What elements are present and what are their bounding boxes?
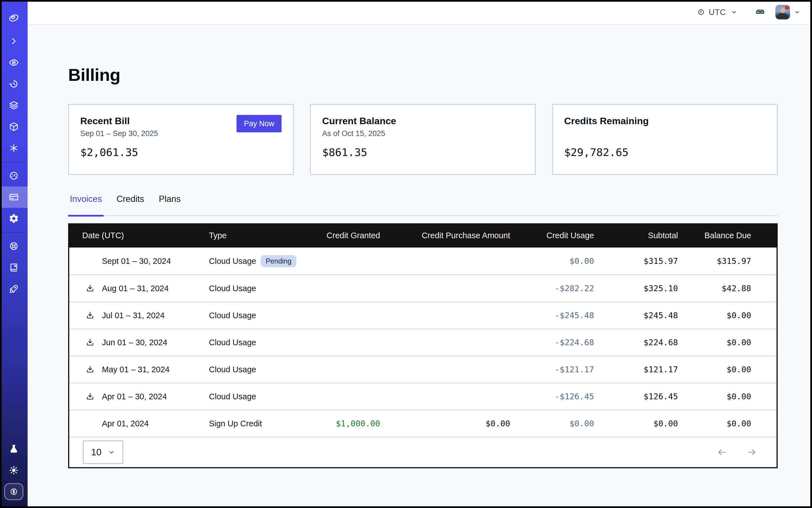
column-header: Credit Granted: [322, 231, 380, 240]
invoice-date-cell: Sept 01 – 30, 2024: [69, 257, 209, 266]
prev-page-arrow-icon[interactable]: [717, 447, 727, 457]
balance-due-cell: $315.97: [678, 256, 751, 266]
chevron-right-icon: [8, 36, 19, 46]
invoice-date-cell: Apr 01, 2024: [69, 419, 209, 428]
sidebar-item-sun[interactable]: [0, 460, 28, 481]
invoice-type: Cloud Usage: [209, 257, 256, 266]
gauge-icon: [8, 170, 19, 181]
billing-page: UTC Billing Recent Bill Sep 01 – Sep 30,…: [0, 0, 812, 508]
eye-swirl-icon: [8, 57, 19, 68]
invoice-date: Jun 01 – 30, 2024: [102, 338, 167, 347]
credit-usage-cell: -$224.68: [510, 338, 594, 347]
invoices-table: Date (UTC)TypeCredit GrantedCredit Purch…: [68, 223, 778, 468]
table-row: Apr 01, 2024Sign Up Credit$1,000.00$0.00…: [69, 410, 776, 437]
sidebar: [0, 0, 28, 508]
invoice-date: Apr 01, 2024: [102, 419, 149, 428]
timer-icon: [8, 79, 19, 89]
invoice-type: Cloud Usage: [209, 365, 256, 374]
sidebar-divider: [0, 232, 28, 232]
balance-due-cell: $0.00: [678, 365, 751, 374]
summary-cards: Recent Bill Sep 01 – Sep 30, 2025 $2,061…: [68, 104, 778, 175]
subtotal-cell: $0.00: [594, 419, 678, 428]
invoice-date-cell: Jun 01 – 30, 2024: [69, 338, 209, 347]
sidebar-item-eye-swirl[interactable]: [0, 52, 28, 73]
page-title: Billing: [68, 65, 778, 85]
download-invoice-icon[interactable]: [86, 392, 95, 401]
invoice-date-cell: Jul 01 – 31, 2024: [69, 311, 209, 320]
column-header: Credit Purchase Amount: [380, 231, 510, 240]
credit-usage-cell: $0.00: [510, 256, 594, 266]
tab-credits[interactable]: Credits: [115, 194, 146, 217]
status-badge: Pending: [261, 255, 297, 267]
balance-due-cell: $0.00: [678, 419, 751, 428]
sidebar-spacer: [0, 300, 28, 438]
invoice-type: Cloud Usage: [209, 284, 256, 293]
tab-plans[interactable]: Plans: [157, 194, 182, 217]
sidebar-item-ship-wheel[interactable]: [0, 236, 28, 257]
main-content: Billing Recent Bill Sep 01 – Sep 30, 202…: [28, 25, 812, 508]
sidebar-item-flask[interactable]: [0, 438, 28, 460]
user-menu-chevron-icon[interactable]: [794, 9, 800, 15]
sidebar-item-layers[interactable]: [0, 95, 28, 116]
flask-icon: [8, 443, 19, 454]
invoice-date: Jul 01 – 31, 2024: [102, 311, 165, 320]
column-header: Balance Due: [678, 231, 751, 240]
download-invoice-icon[interactable]: [86, 365, 95, 374]
sidebar-item-asterisk[interactable]: [0, 137, 28, 159]
sidebar-item-cube[interactable]: [0, 116, 28, 137]
current-balance-card: Current Balance As of Oct 15, 2025 $861.…: [310, 104, 536, 175]
sidebar-item-dollar-badge[interactable]: [4, 483, 24, 500]
sidebar-item-gauge[interactable]: [0, 165, 28, 186]
card-title: Current Balance: [322, 116, 523, 126]
column-header: Credit Usage: [510, 231, 594, 240]
timezone-selector[interactable]: UTC: [697, 8, 737, 17]
sidebar-item-chevron-right[interactable]: [0, 31, 28, 52]
page-size-value: 10: [91, 447, 102, 458]
download-invoice-icon[interactable]: [86, 284, 95, 293]
balance-due-cell: $0.00: [678, 392, 751, 401]
card-subtitle: As of Oct 15, 2025: [322, 129, 523, 139]
invoice-type-cell: Cloud UsagePending: [209, 255, 322, 267]
sidebar-item-credit-card[interactable]: [0, 186, 28, 208]
invoice-type: Cloud Usage: [209, 338, 256, 347]
sidebar-item-timer[interactable]: [0, 73, 28, 95]
subtotal-cell: $245.48: [594, 310, 678, 320]
pay-now-button[interactable]: Pay Now: [237, 115, 282, 132]
glasses-3d-icon[interactable]: [756, 8, 765, 16]
table-row: Jul 01 – 31, 2024Cloud Usage-$245.48$245…: [69, 302, 776, 329]
card-amount: $2,061.35: [80, 146, 282, 159]
credit-usage-cell: -$121.17: [510, 365, 594, 374]
download-invoice-icon[interactable]: [86, 311, 95, 320]
tabs: InvoicesCreditsPlans: [68, 194, 778, 216]
next-page-arrow-icon[interactable]: [747, 447, 757, 457]
avatar[interactable]: [775, 5, 790, 19]
table-header: Date (UTC)TypeCredit GrantedCredit Purch…: [69, 223, 776, 248]
table-row: Sept 01 – 30, 2024Cloud UsagePending$0.0…: [69, 248, 776, 274]
balance-due-cell: $42.88: [678, 284, 751, 293]
credit-usage-cell: $0.00: [510, 419, 594, 428]
invoice-date-cell: May 01 – 31, 2024: [69, 365, 209, 374]
invoice-date: Aug 01 – 31, 2024: [102, 284, 169, 293]
table-row: Aug 01 – 31, 2024Cloud Usage-$282.22$325…: [69, 274, 776, 302]
subtotal-cell: $224.68: [594, 338, 678, 347]
rocket-icon: [8, 284, 19, 294]
credit-usage-cell: -$282.22: [510, 284, 594, 293]
column-header: Subtotal: [594, 231, 678, 240]
sidebar-item-book-plus[interactable]: [0, 257, 28, 278]
table-footer: 10: [69, 437, 776, 467]
credit-usage-cell: -$245.48: [510, 310, 594, 320]
sidebar-item-gear[interactable]: [0, 208, 28, 229]
subtotal-cell: $126.45: [594, 392, 678, 401]
tab-invoices[interactable]: Invoices: [68, 194, 103, 217]
sidebar-item-rocket[interactable]: [0, 278, 28, 300]
book-plus-icon: [8, 262, 19, 273]
invoice-type-cell: Cloud Usage: [209, 392, 322, 401]
download-invoice-icon[interactable]: [86, 338, 95, 347]
credit-granted-cell: $1,000.00: [322, 419, 380, 428]
card-subtitle: [564, 129, 766, 139]
page-size-select[interactable]: 10: [83, 440, 123, 464]
layers-icon: [8, 100, 19, 111]
recent-bill-card: Recent Bill Sep 01 – Sep 30, 2025 $2,061…: [68, 104, 294, 175]
sidebar-item-logo-orbit[interactable]: [0, 8, 28, 28]
card-title: Credits Remaining: [564, 116, 766, 126]
